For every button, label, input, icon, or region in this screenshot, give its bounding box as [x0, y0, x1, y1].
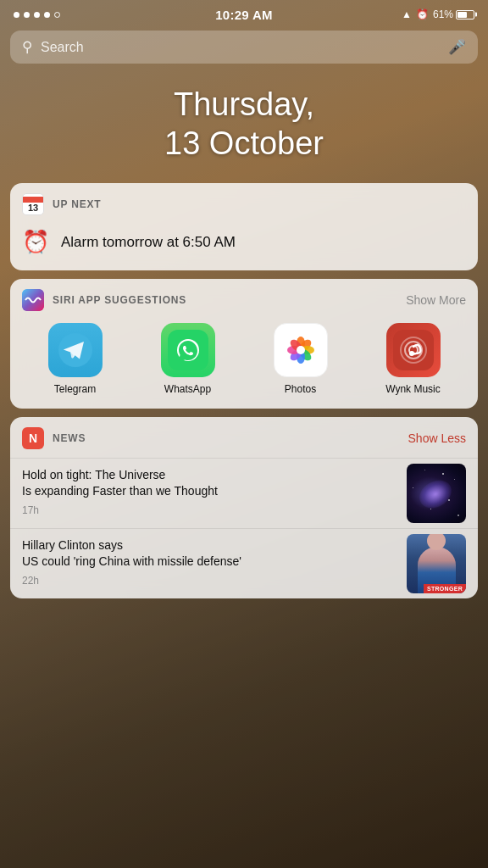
battery-fill — [458, 12, 467, 18]
app-item-wynk[interactable]: Wynk Music — [380, 323, 447, 395]
signal-dot-1 — [14, 12, 19, 18]
siri-icon — [22, 289, 44, 311]
telegram-label: Telegram — [54, 383, 96, 395]
signal-dots — [14, 12, 60, 18]
alarm-status-icon: ⏰ — [416, 8, 429, 20]
up-next-title: UP NEXT — [53, 198, 101, 210]
siri-section-title: SIRI APP SUGGESTIONS — [53, 294, 186, 306]
search-placeholder: Search — [41, 40, 440, 55]
svg-rect-0 — [22, 289, 44, 311]
app-item-photos[interactable]: Photos — [267, 323, 335, 395]
wynk-app-icon — [386, 323, 441, 377]
location-icon: ▲ — [402, 8, 412, 20]
clinton-head — [427, 534, 446, 550]
news-header-left: N NEWS — [22, 427, 86, 449]
galaxy-image — [407, 464, 466, 523]
whatsapp-label: WhatsApp — [164, 383, 211, 395]
svg-rect-14 — [393, 330, 434, 370]
whatsapp-app-icon — [161, 323, 215, 377]
alarm-row: ⏰ Alarm tomorrow at 6:50 AM — [10, 222, 478, 270]
status-right-icons: ▲ ⏰ 61% — [402, 8, 474, 20]
date-header: Thursday, 13 October — [0, 70, 488, 183]
news-thumbnail-1 — [407, 464, 466, 523]
status-bar: 10:29 AM ▲ ⏰ 61% — [0, 0, 488, 25]
siri-suggestions-widget: SIRI APP SUGGESTIONS Show More Telegram — [10, 279, 478, 409]
search-bar[interactable]: ⚲ Search 🎤 — [10, 31, 478, 64]
news-time-1: 17h — [22, 504, 396, 516]
news-item-1[interactable]: Hold on tight: The UniverseIs expanding … — [10, 458, 478, 528]
up-next-widget: 13 UP NEXT ⏰ Alarm tomorrow at 6:50 AM — [10, 183, 478, 270]
search-icon: ⚲ — [22, 38, 32, 56]
up-next-header: 13 UP NEXT — [10, 183, 478, 222]
telegram-app-icon — [48, 323, 103, 377]
calendar-icon: 13 — [22, 193, 44, 215]
stronger-badge: STRONGER — [424, 584, 466, 593]
siri-header: SIRI APP SUGGESTIONS Show More — [10, 279, 478, 320]
app-item-telegram[interactable]: Telegram — [42, 323, 109, 395]
news-headline-1: Hold on tight: The UniverseIs expanding … — [22, 467, 396, 499]
news-icon: N — [22, 427, 44, 449]
battery-icon — [456, 10, 474, 19]
clinton-image: STRONGER — [407, 534, 466, 593]
svg-point-18 — [409, 351, 414, 356]
show-less-button[interactable]: Show Less — [408, 431, 466, 445]
news-item-2[interactable]: Hillary Clinton saysUS could 'ring China… — [10, 528, 478, 598]
date-line1: Thursday, 13 October — [17, 86, 471, 163]
signal-dot-5 — [54, 12, 60, 18]
siri-header-left: SIRI APP SUGGESTIONS — [22, 289, 186, 311]
status-time: 10:29 AM — [215, 8, 273, 22]
svg-point-13 — [297, 346, 305, 354]
signal-dot-4 — [44, 12, 50, 18]
signal-dot-3 — [34, 12, 40, 18]
show-more-button[interactable]: Show More — [406, 293, 466, 307]
signal-dot-2 — [24, 12, 30, 18]
news-header: N NEWS Show Less — [10, 417, 478, 458]
battery-container: 61% — [433, 8, 474, 20]
news-text-2: Hillary Clinton saysUS could 'ring China… — [22, 534, 396, 593]
news-headline-2: Hillary Clinton saysUS could 'ring China… — [22, 537, 396, 570]
photos-app-icon — [274, 323, 328, 377]
news-time-2: 22h — [22, 575, 396, 587]
alarm-clock-icon: ⏰ — [22, 229, 49, 255]
siri-waves-decoration — [22, 289, 44, 311]
alarm-text: Alarm tomorrow at 6:50 AM — [61, 234, 236, 251]
news-widget: N NEWS Show Less Hold on tight: The Univ… — [10, 417, 478, 598]
wynk-label: Wynk Music — [385, 383, 441, 395]
photos-label: Photos — [285, 383, 316, 395]
news-text-1: Hold on tight: The UniverseIs expanding … — [22, 464, 396, 523]
news-thumbnail-2: STRONGER — [407, 534, 466, 593]
app-item-whatsapp[interactable]: WhatsApp — [154, 323, 222, 395]
battery-percent: 61% — [433, 8, 453, 20]
mic-icon: 🎤 — [448, 38, 466, 56]
news-section-title: NEWS — [53, 432, 86, 444]
app-suggestions-grid: Telegram WhatsApp — [10, 320, 478, 409]
